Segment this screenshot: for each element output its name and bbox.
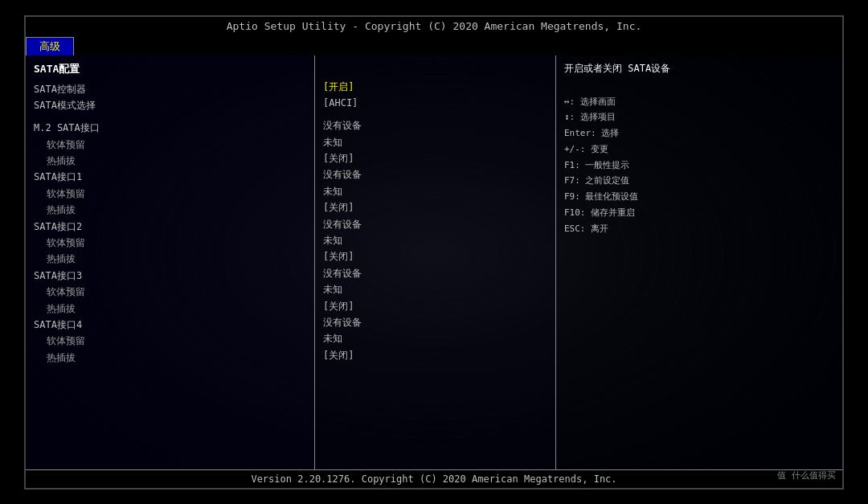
header-bar: Aptio Setup Utility - Copyright (C) 2020…	[26, 17, 842, 35]
value-item-13: 未知	[323, 281, 547, 297]
key-help-item-2: Enter: 选择	[564, 125, 834, 141]
tab-bar: 高级	[26, 35, 842, 55]
middle-panel: [开启][AHCI]没有设备未知[关闭]没有设备未知[关闭]没有设备未知[关闭]…	[315, 55, 556, 469]
menu-item-17[interactable]: 热插拔	[34, 350, 306, 366]
section-title: SATA配置	[34, 62, 306, 76]
footer-text: Version 2.20.1276. Copyright (C) 2020 Am…	[251, 473, 616, 485]
value-item-16: 未知	[323, 330, 547, 346]
menu-item-13[interactable]: 软体预留	[34, 284, 306, 300]
value-item-4: 未知	[323, 134, 547, 150]
menu-item-14[interactable]: 热插拔	[34, 301, 306, 317]
menu-item-12[interactable]: SATA接口3	[34, 268, 306, 284]
menu-item-6[interactable]: SATA接口1	[34, 169, 306, 185]
header-title: Aptio Setup Utility - Copyright (C) 2020…	[227, 20, 642, 32]
value-item-17: [关闭]	[323, 347, 547, 363]
menu-item-4[interactable]: 软体预留	[34, 137, 306, 153]
tab-advanced[interactable]: 高级	[26, 37, 74, 55]
value-item-1: [AHCI]	[323, 95, 547, 111]
menu-item-10[interactable]: 软体预留	[34, 235, 306, 251]
menu-item-8[interactable]: 热插拔	[34, 202, 306, 218]
menu-item-1[interactable]: SATA模式选择	[34, 97, 306, 113]
menu-item-0[interactable]: SATA控制器	[34, 81, 306, 97]
key-help-item-5: F7: 之前设定值	[564, 173, 834, 189]
value-item-12: 没有设备	[323, 265, 547, 281]
value-item-6: 没有设备	[323, 166, 547, 182]
value-item-10: 未知	[323, 232, 547, 248]
menu-item-16[interactable]: 软体预留	[34, 333, 306, 349]
value-item-3: 没有设备	[323, 117, 547, 133]
key-help-item-7: F10: 储存并重启	[564, 205, 834, 221]
value-item-7: 未知	[323, 183, 547, 199]
left-panel: SATA配置 SATA控制器SATA模式选择M.2 SATA接口软体预留热插拔S…	[26, 55, 315, 469]
key-help-item-4: F1: 一般性提示	[564, 158, 834, 174]
value-item-15: 没有设备	[323, 314, 547, 330]
key-help-item-0: ↔: 选择画面	[564, 94, 834, 110]
value-item-11: [关闭]	[323, 248, 547, 264]
menu-item-3[interactable]: M.2 SATA接口	[34, 120, 306, 136]
right-panel: 开启或者关闭 SATA设备 ↔: 选择画面↕: 选择项目Enter: 选择+/-…	[556, 55, 842, 469]
value-item-0: [开启]	[323, 79, 547, 95]
key-help: ↔: 选择画面↕: 选择项目Enter: 选择+/-: 变更F1: 一般性提示F…	[564, 94, 834, 237]
menu-item-9[interactable]: SATA接口2	[34, 219, 306, 235]
menu-item-7[interactable]: 软体预留	[34, 186, 306, 202]
watermark: 值 什么值得买	[777, 469, 836, 481]
left-items: SATA控制器SATA模式选择M.2 SATA接口软体预留热插拔SATA接口1软…	[34, 81, 306, 367]
value-item-9: 没有设备	[323, 216, 547, 232]
value-item-5: [关闭]	[323, 150, 547, 166]
menu-item-11[interactable]: 热插拔	[34, 251, 306, 267]
content-area: SATA配置 SATA控制器SATA模式选择M.2 SATA接口软体预留热插拔S…	[26, 55, 842, 469]
footer-bar: Version 2.20.1276. Copyright (C) 2020 Am…	[26, 469, 842, 488]
help-text: 开启或者关闭 SATA设备	[564, 62, 834, 76]
middle-values: [开启][AHCI]没有设备未知[关闭]没有设备未知[关闭]没有设备未知[关闭]…	[323, 62, 547, 364]
value-item-8: [关闭]	[323, 199, 547, 215]
key-help-item-6: F9: 最佳化预设值	[564, 189, 834, 205]
value-item-14: [关闭]	[323, 298, 547, 314]
key-help-item-3: +/-: 变更	[564, 141, 834, 158]
menu-item-5[interactable]: 热插拔	[34, 153, 306, 169]
menu-item-15[interactable]: SATA接口4	[34, 317, 306, 333]
key-help-item-1: ↕: 选择项目	[564, 109, 834, 125]
key-help-item-8: ESC: 离开	[564, 221, 834, 237]
